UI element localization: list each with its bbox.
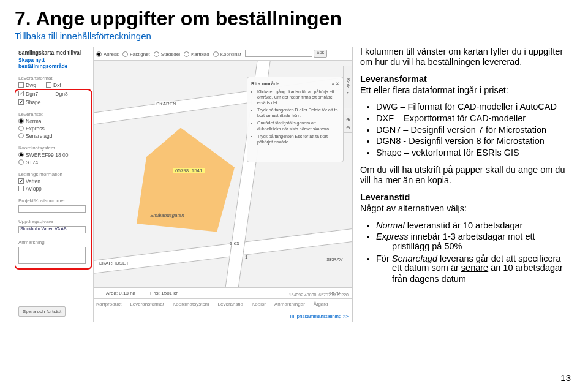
help-line: Klicka en gång i kartan för att påbörja …	[257, 89, 339, 105]
radio-koordinat-label: Koordinat	[221, 51, 241, 57]
price-value: Pris: 1581 kr	[150, 290, 178, 296]
fmt-list: DWG – Filformat för CAD-modeller i AutoC…	[360, 102, 570, 158]
fmt-item: DXF – Exportformat för CAD-modeller	[376, 113, 570, 124]
map-label-1: 1	[244, 254, 249, 260]
radio-stadsdel-label: Stadsdel	[161, 51, 180, 57]
draw-help-panel: Rita område ∧ ✕ Klicka en gång i kartan …	[247, 77, 344, 162]
fmt-item: DGN7 – Designfil version 7 för Microstat…	[376, 125, 570, 136]
radio-senarelagd-label: Senarelagd	[26, 133, 52, 139]
cb-avlopp[interactable]	[18, 186, 24, 191]
zoom-in-icon[interactable]: ⊕	[345, 117, 351, 123]
map-label-ckarhuset: CKARHUSET	[97, 260, 130, 266]
fmt-item: DGN8 - Designfil version 8 för Microstat…	[376, 136, 570, 147]
help-close-icon[interactable]: ∧ ✕	[331, 81, 339, 89]
map-label-parcel: 65798_1541	[173, 168, 205, 173]
cb-shape-label: Shape	[26, 99, 41, 105]
cb-dgn7-label: Dgn7	[26, 91, 38, 97]
page-heading: 7. Ange uppgifter om beställningen	[15, 9, 573, 29]
tab-kopior[interactable]: Kopior	[252, 301, 266, 307]
cb-dxf-label: Dxf	[53, 82, 61, 88]
map-canvas[interactable]: SKÄREN 18 65798_1541 Smålandsgatan 2:63 …	[94, 61, 352, 298]
search-input[interactable]	[245, 50, 312, 57]
section-leveransformat: Leveransformat	[18, 75, 90, 81]
print-paragraph: Om du vill ha utskrift på papper skall d…	[360, 165, 570, 186]
map-label-street: Smålandsgatan	[149, 213, 186, 218]
fmt-item: Shape – vektorformat för ESRIs GIS	[376, 148, 570, 159]
price-summary-link[interactable]: Till prissammanställning >>	[289, 314, 349, 319]
bottom-tabs: Kartprodukt Leveransformat Koordinatsyst…	[94, 298, 352, 309]
radio-koordinat[interactable]	[213, 51, 219, 57]
karta-tab[interactable]: Karta ▸	[343, 66, 352, 108]
radio-kartblad[interactable]	[184, 51, 189, 57]
cb-avlopp-label: Avlopp	[26, 186, 42, 192]
cb-dwg-label: Dwg	[26, 82, 36, 88]
cb-dgn8-label: Dgn8	[55, 91, 67, 97]
tab-anmarkningar[interactable]: Anmärkningar	[274, 301, 305, 307]
section-leveranstid: Leveranstid	[18, 111, 90, 117]
fmt-lead: Ett eller flera dataformat ingår i prise…	[360, 85, 508, 95]
map-label-skaren: SKÄREN	[155, 101, 178, 107]
area-value: Area: 0,13 ha	[106, 290, 135, 296]
tid-item: För Senarelagd leverans går det att spec…	[376, 254, 570, 285]
radio-st74[interactable]	[18, 159, 24, 165]
map-topbar: Adress Fastighet Stadsdel Kartblad Koord…	[94, 47, 352, 61]
cb-shape[interactable]	[18, 99, 24, 105]
search-button[interactable]: Sök	[314, 50, 327, 58]
radio-fastighet-label: Fastighet	[130, 51, 150, 57]
tab-koordinatsystem[interactable]: Koordinatsystem	[173, 301, 209, 307]
radio-st74-label: ST74	[26, 159, 38, 165]
tid-list: Normal leveranstid är 10 arbetsdagar Exp…	[360, 221, 570, 285]
map-label-skrav: SKRAV	[325, 257, 344, 262]
save-continue-button[interactable]: Spara och fortsätt	[18, 306, 66, 317]
instruction-text: I kolumnen till vänster om kartan fyller…	[360, 47, 573, 322]
coord-readout: 154092.48800, 6579795.23220	[289, 293, 349, 297]
zoom-controls: ⊕ ⊖	[343, 115, 352, 133]
help-title: Rita område	[251, 81, 279, 87]
help-line: Tryck på tangenten Esc för att ta bort p…	[257, 134, 339, 145]
tid-lead: Något av alternativen väljs:	[360, 203, 467, 213]
projekt-input[interactable]	[18, 205, 86, 213]
tid-item: Normal leveranstid är 10 arbetsdagar	[376, 221, 570, 232]
tab-kartprodukt[interactable]: Kartprodukt	[96, 301, 121, 307]
tab-atgard[interactable]: Åtgärd	[314, 301, 328, 307]
tab-leveransformat[interactable]: Leveransformat	[130, 301, 164, 307]
cb-dxf[interactable]	[46, 82, 51, 88]
radio-kartblad-label: Kartblad	[191, 51, 209, 57]
radio-normal-label: Normal	[26, 118, 42, 124]
radio-normal[interactable]	[18, 118, 24, 124]
tab-leveranstid[interactable]: Leveranstid	[218, 301, 243, 307]
zoom-out-icon[interactable]: ⊖	[345, 125, 351, 130]
create-area-link[interactable]: Skapa nytt beställningsområde	[18, 57, 90, 69]
uppdragsgivare-select[interactable]: Stockholm Vatten VA AB	[18, 226, 86, 233]
help-line: Området färdigställs genom att dubbelkli…	[257, 120, 339, 131]
fmt-item: DWG – Filformat för CAD-modeller i AutoC…	[376, 102, 570, 113]
section-ledningsinfo: Ledningsinformation	[18, 172, 90, 177]
anmarkning-textarea[interactable]	[18, 247, 86, 264]
radio-express-label: Express	[26, 126, 45, 132]
radio-fastighet[interactable]	[123, 51, 128, 57]
order-sidebar: Samlingskarta med tillval Skapa nytt bes…	[15, 47, 94, 322]
toc-link[interactable]: Tillbaka till innehållsförteckningen	[15, 31, 151, 41]
radio-adress-label: Adress	[104, 51, 119, 57]
section-uppdragsgivare: Uppdragsgivare	[18, 219, 90, 224]
cb-vatten-label: Vatten	[26, 178, 40, 184]
section-anmarkning: Anmärkning	[18, 240, 90, 245]
tid-item: Express innebär 1-3 arbetsdagar mot ettp…	[376, 232, 570, 252]
map-label-ratio: 2:63	[228, 241, 241, 246]
radio-senarelagd[interactable]	[18, 133, 24, 138]
section-projekt: Projekt/Kostsnummer	[18, 198, 90, 203]
cb-vatten[interactable]	[18, 178, 24, 184]
help-line: Tryck på tangenten D eller Delete för at…	[257, 107, 339, 118]
radio-adress[interactable]	[96, 51, 102, 57]
radio-express[interactable]	[18, 126, 24, 131]
cb-dgn8[interactable]	[48, 91, 53, 96]
cb-dwg[interactable]	[18, 82, 24, 88]
intro-paragraph: I kolumnen till vänster om kartan fyller…	[360, 47, 570, 68]
app-screenshot: Samlingskarta med tillval Skapa nytt bes…	[15, 47, 353, 322]
fmt-head: Leveransformat	[360, 74, 427, 84]
page-number: 13	[560, 372, 571, 383]
tid-head: Leveranstid	[360, 192, 410, 202]
radio-sweref[interactable]	[18, 152, 24, 157]
cb-dgn7[interactable]	[18, 91, 24, 96]
radio-stadsdel[interactable]	[154, 51, 159, 57]
